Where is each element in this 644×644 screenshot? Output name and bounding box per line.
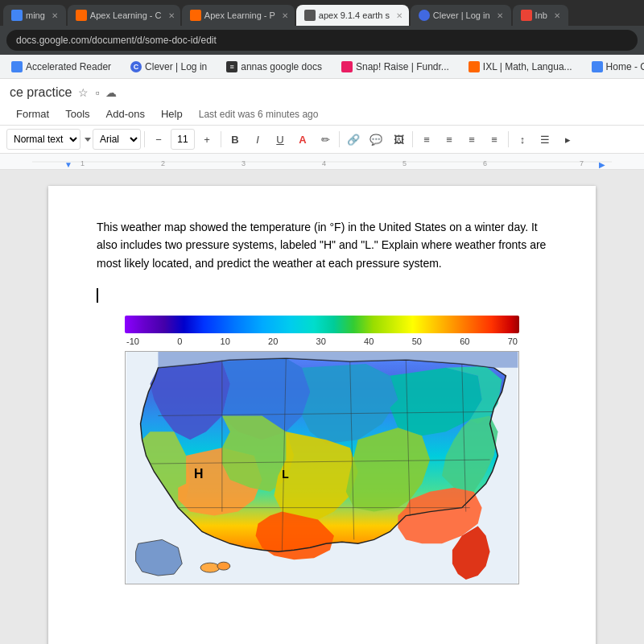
tab-6[interactable]: Inb ✕: [513, 5, 568, 26]
list-button[interactable]: ☰: [535, 129, 555, 150]
ruler: ▼ ▶ 1 2 3 4 5 6 7: [0, 154, 644, 170]
docs-header: ce practice ☆ ▫ ☁ Format Tools Add-ons H…: [0, 79, 644, 126]
temperature-scale-labels: -10 0 10 20 30 40 50 60 70: [125, 336, 519, 346]
docs-content[interactable]: This weather map showed the temperature …: [0, 170, 644, 644]
svg-text:3: 3: [242, 159, 246, 167]
bookmark-accelerated-reader[interactable]: Accelerated Reader: [6, 60, 116, 74]
tab-1-close[interactable]: ✕: [52, 11, 58, 20]
star-icon[interactable]: ☆: [78, 86, 89, 99]
tab-5[interactable]: Clever | Log in ✕: [411, 5, 511, 26]
temperature-scale-gradient: [125, 316, 519, 333]
bookmark-snap-raise[interactable]: Snap! Raise | Fundr...: [336, 60, 454, 74]
scale-label-40: 40: [364, 336, 374, 346]
bookmark-clever-label: Clever | Log in: [145, 61, 207, 72]
tab-2-close[interactable]: ✕: [168, 11, 175, 20]
tab-1-label: ming: [26, 10, 45, 20]
font-size-input[interactable]: [171, 129, 195, 150]
cursor-area[interactable]: [97, 288, 547, 303]
docs-menu-row: Format Tools Add-ons Help Last edit was …: [10, 103, 634, 125]
address-bar: [0, 26, 644, 55]
tab-bar: ming ✕ Apex Learning - C ✕ Apex Learning…: [0, 0, 644, 26]
more-button[interactable]: ▸: [557, 129, 578, 150]
menu-format[interactable]: Format: [10, 105, 56, 123]
font-dropdown[interactable]: Arial: [93, 129, 141, 150]
bookmark-ar-label: Accelerated Reader: [26, 61, 111, 72]
line-spacing-button[interactable]: ↕: [512, 129, 533, 150]
scale-label-60: 60: [460, 336, 469, 346]
bookmark-gdocs-label: annas google docs: [241, 61, 322, 72]
tab-2[interactable]: Apex Learning - C ✕: [68, 5, 180, 26]
tab-3-close[interactable]: ✕: [282, 11, 288, 20]
align-justify-button[interactable]: ≡: [484, 129, 505, 150]
menu-help[interactable]: Help: [155, 105, 189, 123]
ruler-marks: ▼ ▶ 1 2 3 4 5 6 7: [32, 154, 612, 169]
tab-4-active[interactable]: apex 9.1.4 earth s ✕: [296, 5, 409, 26]
font-color-button[interactable]: A: [292, 129, 313, 150]
menu-addons[interactable]: Add-ons: [100, 105, 151, 123]
address-input[interactable]: [6, 30, 638, 51]
ruler-svg: 1 2 3 4 5 6 7: [32, 154, 612, 170]
folder-icon[interactable]: ▫: [95, 86, 99, 99]
bookmark-home-label: Home - Ca: [606, 61, 644, 72]
doc-page: This weather map showed the temperature …: [48, 186, 596, 644]
weather-map-wrapper: H L: [125, 351, 519, 584]
tab-1[interactable]: ming ✕: [3, 5, 66, 26]
temperature-map-container: -10 0 10 20 30 40 50 60 70: [97, 316, 547, 584]
scale-label-50: 50: [412, 336, 422, 346]
doc-question-text: This weather map showed the temperature …: [97, 218, 547, 272]
separator-2: [221, 131, 221, 147]
style-dropdown[interactable]: Normal text: [6, 129, 80, 150]
hawaii-inset-2: [217, 562, 230, 570]
tab-5-label: Clever | Log in: [433, 10, 490, 20]
insert-comment-button[interactable]: 💬: [365, 129, 386, 150]
align-right-button[interactable]: ≡: [461, 129, 482, 150]
bold-button[interactable]: B: [225, 129, 246, 150]
scale-label-neg10: -10: [126, 336, 139, 346]
question-paragraph: This weather map showed the temperature …: [97, 221, 546, 270]
scale-label-0: 0: [177, 336, 182, 346]
tab-3-label: Apex Learning - P: [204, 10, 275, 20]
tab-5-close[interactable]: ✕: [497, 11, 503, 20]
link-button[interactable]: 🔗: [343, 129, 364, 150]
svg-text:6: 6: [483, 159, 487, 167]
docs-toolbar: Normal text Arial − + B I U A ✏ 🔗 💬 🖼 ≡ …: [0, 126, 644, 154]
italic-button[interactable]: I: [247, 129, 268, 150]
bookmark-google-docs[interactable]: ≡ annas google docs: [221, 60, 327, 74]
temperature-scale-bar: [125, 316, 519, 333]
scale-label-20: 20: [268, 336, 278, 346]
weather-map-svg: H L: [125, 351, 519, 584]
tab-4-close[interactable]: ✕: [396, 11, 402, 20]
menu-tools[interactable]: Tools: [59, 105, 96, 123]
separator-1: [144, 131, 145, 147]
text-cursor: [97, 288, 98, 303]
underline-button[interactable]: U: [270, 129, 291, 150]
align-center-button[interactable]: ≡: [439, 129, 460, 150]
separator-5: [508, 131, 509, 147]
high-pressure-label: H: [194, 467, 203, 481]
bookmark-clever[interactable]: C Clever | Log in: [126, 60, 212, 74]
bookmark-ixl[interactable]: IXL | Math, Langua...: [464, 60, 577, 74]
bookmarks-bar: Accelerated Reader C Clever | Log in ≡ a…: [0, 55, 644, 79]
hawaii-inset: [200, 563, 220, 572]
docs-title-row: ce practice ☆ ▫ ☁: [10, 82, 634, 103]
align-left-button[interactable]: ≡: [416, 129, 437, 150]
scale-label-10: 10: [221, 336, 230, 346]
svg-text:1: 1: [80, 159, 85, 167]
bookmark-snap-label: Snap! Raise | Fundr...: [356, 61, 449, 72]
font-size-increase[interactable]: +: [196, 129, 217, 150]
docs-interface: ce practice ☆ ▫ ☁ Format Tools Add-ons H…: [0, 79, 644, 644]
style-chevron: [85, 138, 91, 142]
scale-label-70: 70: [508, 336, 518, 346]
scale-label-30: 30: [316, 336, 326, 346]
font-size-decrease[interactable]: −: [148, 129, 169, 150]
insert-image-button[interactable]: 🖼: [388, 129, 409, 150]
tab-3[interactable]: Apex Learning - P ✕: [182, 5, 295, 26]
cloud-icon[interactable]: ☁: [105, 86, 117, 99]
highlight-button[interactable]: ✏: [315, 129, 336, 150]
tab-6-label: Inb: [535, 10, 547, 20]
svg-text:2: 2: [161, 159, 165, 167]
tab-6-close[interactable]: ✕: [554, 11, 560, 20]
svg-text:7: 7: [580, 159, 584, 167]
browser-chrome: ming ✕ Apex Learning - C ✕ Apex Learning…: [0, 0, 644, 55]
bookmark-home[interactable]: Home - Ca: [587, 60, 644, 74]
